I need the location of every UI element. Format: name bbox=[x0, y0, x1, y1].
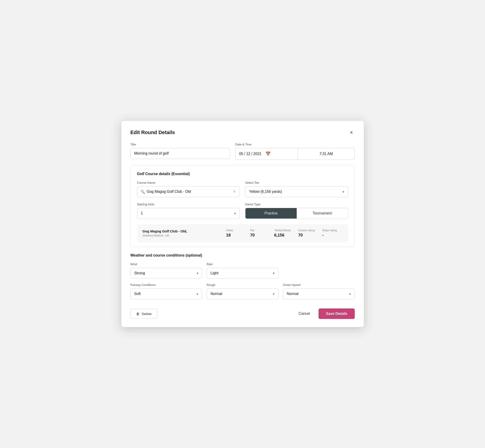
rain-dropdown[interactable]: Light ▾ bbox=[207, 268, 278, 279]
holes-stat: Holes 18 bbox=[222, 229, 246, 238]
select-tee-label: Select Tee bbox=[245, 181, 348, 184]
course-rating-stat: Course rating 70 bbox=[295, 229, 319, 238]
slope-rating-stat: Slope rating - bbox=[319, 229, 342, 238]
fairway-group: Fairway Conditions Soft ▾ bbox=[130, 283, 202, 299]
green-speed-group: Green Speed Normal ▾ bbox=[283, 283, 355, 299]
course-info-name: Gog Magog Golf Club - Old, Shelford Bott… bbox=[143, 229, 223, 237]
date-input[interactable]: 05 / 12 / 2021 📅 bbox=[235, 148, 298, 160]
game-type-toggle: Practice Tournament bbox=[245, 208, 348, 219]
chevron-down-icon-6: ▾ bbox=[269, 292, 278, 296]
slope-rating-label: Slope rating bbox=[322, 229, 337, 232]
par-label: Par bbox=[250, 229, 255, 232]
green-speed-label: Green Speed bbox=[283, 283, 355, 287]
weather-section-title: Weather and course conditions (optional) bbox=[130, 253, 355, 257]
starting-hole-group: Starting Hole 1 ▾ bbox=[137, 203, 240, 219]
wind-label: Wind bbox=[130, 263, 202, 266]
fairway-value: Soft bbox=[131, 289, 193, 299]
title-datetime-row: Title Date & Time 05 / 12 / 2021 📅 7:31 … bbox=[130, 143, 355, 160]
chevron-down-icon-7: ▾ bbox=[345, 292, 355, 296]
trash-icon: 🗑 bbox=[136, 312, 140, 316]
chevron-down-icon-4: ▾ bbox=[269, 271, 278, 275]
chevron-down-icon-3: ▾ bbox=[193, 271, 202, 275]
starting-hole-value: 1 bbox=[137, 208, 231, 218]
title-input[interactable] bbox=[130, 148, 230, 159]
wind-value: Strong bbox=[131, 268, 193, 278]
golf-course-title: Golf Course details (Essential) bbox=[137, 172, 348, 176]
course-tee-row: Course Name 🔍 × Select Tee Yellow (6,156… bbox=[137, 181, 348, 197]
rain-group: Rain Light ▾ bbox=[207, 263, 278, 279]
game-type-group: Game Type Practice Tournament bbox=[245, 203, 348, 219]
chevron-down-icon-5: ▾ bbox=[193, 292, 202, 296]
datetime-label: Date & Time bbox=[235, 143, 355, 146]
footer-right: Cancel Save Details bbox=[294, 308, 355, 319]
chevron-down-icon: ▾ bbox=[339, 190, 348, 194]
fairway-label: Fairway Conditions bbox=[130, 283, 202, 287]
date-value: 05 / 12 / 2021 bbox=[239, 152, 261, 156]
rough-dropdown[interactable]: Normal ▾ bbox=[207, 288, 278, 299]
save-button[interactable]: Save Details bbox=[319, 308, 355, 319]
wind-dropdown[interactable]: Strong ▾ bbox=[130, 268, 202, 279]
rain-label: Rain bbox=[207, 263, 278, 266]
rough-group: Rough Normal ▾ bbox=[207, 283, 278, 299]
modal-header: Edit Round Details × bbox=[130, 129, 355, 136]
delete-label: Delete bbox=[142, 312, 152, 316]
date-time-inputs: 05 / 12 / 2021 📅 7:31 AM bbox=[235, 148, 355, 160]
course-rating-label: Course rating bbox=[298, 229, 315, 232]
practice-toggle-button[interactable]: Practice bbox=[245, 208, 297, 218]
wind-group: Wind Strong ▾ bbox=[130, 263, 202, 279]
datetime-group: Date & Time 05 / 12 / 2021 📅 7:31 AM bbox=[235, 143, 355, 160]
title-group: Title bbox=[130, 143, 230, 159]
starting-hole-dropdown[interactable]: 1 ▾ bbox=[137, 208, 240, 219]
close-button[interactable]: × bbox=[348, 129, 355, 136]
game-type-label: Game Type bbox=[245, 203, 348, 206]
delete-button[interactable]: 🗑 Delete bbox=[130, 309, 157, 319]
holes-value: 18 bbox=[226, 233, 231, 238]
green-speed-dropdown[interactable]: Normal ▾ bbox=[283, 288, 355, 299]
course-clear-button[interactable]: × bbox=[233, 189, 236, 195]
tournament-toggle-button[interactable]: Tournament bbox=[297, 208, 348, 218]
rough-value: Normal bbox=[207, 289, 269, 299]
calendar-icon: 📅 bbox=[266, 151, 270, 156]
time-value: 7:31 AM bbox=[319, 152, 333, 156]
edit-round-modal: Edit Round Details × Title Date & Time 0… bbox=[121, 121, 364, 327]
select-tee-group: Select Tee Yellow (6,156 yards) ▾ bbox=[245, 181, 348, 197]
chevron-down-icon-2: ▾ bbox=[230, 211, 240, 216]
time-input[interactable]: 7:31 AM bbox=[298, 148, 355, 160]
course-name-group: Course Name 🔍 × bbox=[137, 181, 240, 197]
course-main-name: Gog Magog Golf Club - Old, bbox=[143, 229, 223, 233]
fairway-dropdown[interactable]: Soft ▾ bbox=[130, 288, 202, 299]
wind-rain-row: Wind Strong ▾ Rain Light ▾ bbox=[130, 263, 355, 279]
course-rating-value: 70 bbox=[298, 233, 303, 238]
select-tee-value: Yellow (6,156 yards) bbox=[245, 186, 339, 197]
yards-stat: Yards(Yellow) 6,156 bbox=[270, 229, 294, 238]
slope-rating-value: - bbox=[322, 233, 323, 238]
holes-label: Holes bbox=[226, 229, 233, 232]
green-speed-value: Normal bbox=[283, 289, 345, 299]
hole-gametype-row: Starting Hole 1 ▾ Game Type Practice Tou… bbox=[137, 203, 348, 219]
course-name-label: Course Name bbox=[137, 181, 240, 184]
select-tee-dropdown[interactable]: Yellow (6,156 yards) ▾ bbox=[245, 186, 348, 197]
course-stats: Holes 18 Par 70 Yards(Yellow) 6,156 Cour… bbox=[222, 229, 342, 238]
par-value: 70 bbox=[250, 233, 255, 238]
course-info-box: Gog Magog Golf Club - Old, Shelford Bott… bbox=[137, 224, 348, 242]
fairway-rough-green-row: Fairway Conditions Soft ▾ Rough Normal ▾… bbox=[130, 283, 355, 299]
rain-value: Light bbox=[207, 268, 269, 278]
course-name-input[interactable] bbox=[147, 186, 233, 197]
course-sub-name: Shelford Bottom, UK bbox=[143, 234, 223, 237]
rough-label: Rough bbox=[207, 283, 278, 287]
title-label: Title bbox=[130, 143, 230, 146]
course-name-search[interactable]: 🔍 × bbox=[137, 186, 240, 197]
starting-hole-label: Starting Hole bbox=[137, 203, 240, 206]
search-icon: 🔍 bbox=[140, 190, 145, 194]
cancel-button[interactable]: Cancel bbox=[294, 309, 314, 319]
par-stat: Par 70 bbox=[247, 229, 270, 238]
yards-label: Yards(Yellow) bbox=[274, 229, 291, 232]
golf-course-section: Golf Course details (Essential) Course N… bbox=[130, 165, 355, 247]
weather-section: Weather and course conditions (optional)… bbox=[130, 253, 355, 299]
yards-value: 6,156 bbox=[274, 233, 284, 238]
footer-row: 🗑 Delete Cancel Save Details bbox=[130, 304, 355, 319]
modal-title: Edit Round Details bbox=[130, 129, 175, 136]
